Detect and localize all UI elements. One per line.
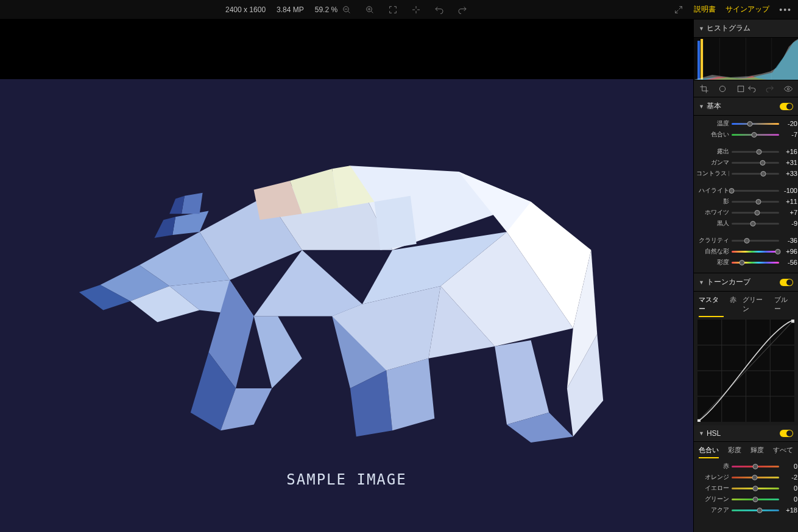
slider-yellow: イエロー0 xyxy=(696,483,793,494)
fit-screen-icon[interactable] xyxy=(387,4,398,15)
crop-icon[interactable] xyxy=(699,83,710,94)
bear-illustration xyxy=(73,128,615,444)
slider-knob[interactable] xyxy=(740,260,745,265)
zoom-in-icon[interactable] xyxy=(364,4,375,15)
slider-value: +33 xyxy=(782,170,798,177)
slider-saturation: 彩度-56 xyxy=(696,257,793,268)
tone-curve-toggle[interactable] xyxy=(780,279,793,286)
histogram-chart[interactable] xyxy=(694,38,798,80)
slider-knob[interactable] xyxy=(757,149,762,155)
slider-label: グリーン xyxy=(696,495,729,503)
histogram-header[interactable]: ▼ ヒストグラム xyxy=(694,19,798,38)
preview-eye-icon[interactable] xyxy=(783,83,794,94)
undo-panel-icon[interactable] xyxy=(746,83,757,94)
tone-curve-graph[interactable] xyxy=(697,320,794,422)
slider-track[interactable] xyxy=(732,262,779,264)
slider-contrast: コントラスト+33 xyxy=(696,168,793,179)
hsl-toggle[interactable] xyxy=(780,430,793,437)
slider-track[interactable] xyxy=(732,488,779,489)
slider-knob[interactable] xyxy=(747,121,752,127)
slider-knob[interactable] xyxy=(753,497,758,502)
slider-label: クラリティ xyxy=(696,236,729,245)
signup-link[interactable]: サインアップ xyxy=(726,4,769,15)
slider-track[interactable] xyxy=(732,190,779,192)
slider-value: +7 xyxy=(782,209,798,216)
image-dimensions: 2400 x 1600 xyxy=(225,5,266,14)
slider-label: ハイライト xyxy=(696,186,729,195)
slider-track[interactable] xyxy=(732,151,779,153)
slider-value: +31 xyxy=(782,159,798,166)
slider-label: ホワイツ xyxy=(696,208,729,217)
slider-track[interactable] xyxy=(732,499,779,500)
hsl-title: HSL xyxy=(707,429,721,438)
hsl-header[interactable]: ▼ HSL xyxy=(694,425,798,442)
tab-green[interactable]: グリーン xyxy=(743,295,768,317)
slider-track[interactable] xyxy=(732,240,779,242)
slider-knob[interactable] xyxy=(775,249,781,254)
canvas-area[interactable]: SAMPLE IMAGE xyxy=(0,19,693,532)
slider-track[interactable] xyxy=(732,123,779,125)
hsl-tab-hue[interactable]: 色合い xyxy=(699,446,719,458)
slider-value: -20 xyxy=(782,120,798,127)
redo-icon[interactable] xyxy=(457,4,468,15)
manual-link[interactable]: 説明書 xyxy=(694,4,716,15)
basic-sliders: 温度-20色合い-7露出+16ガンマ+31コントラスト+33ハイライト-100影… xyxy=(694,116,798,273)
slider-track[interactable] xyxy=(732,477,779,478)
image-info: 2400 x 1600 3.84 MP 59.2 % xyxy=(225,5,337,14)
svg-line-1 xyxy=(348,11,350,13)
rect-mask-icon[interactable] xyxy=(735,83,746,94)
svg-rect-49 xyxy=(701,39,703,80)
undo-icon[interactable] xyxy=(434,4,445,15)
slider-knob[interactable] xyxy=(752,475,758,480)
slider-knob[interactable] xyxy=(755,210,760,215)
slider-label: オレンジ xyxy=(696,473,729,481)
slider-knob[interactable] xyxy=(755,199,761,205)
redo-panel-icon[interactable] xyxy=(764,83,775,94)
hsl-tab-sat[interactable]: 彩度 xyxy=(728,446,741,458)
basic-title: 基本 xyxy=(707,101,721,111)
slider-knob[interactable] xyxy=(761,171,766,177)
slider-track[interactable] xyxy=(732,223,779,225)
more-menu-icon[interactable]: ••• xyxy=(779,5,792,15)
slider-value: 0 xyxy=(782,495,798,503)
slider-track[interactable] xyxy=(732,201,779,203)
hsl-tab-lum[interactable]: 輝度 xyxy=(750,446,764,458)
zoom-out-icon[interactable] xyxy=(341,4,352,15)
slider-knob[interactable] xyxy=(744,238,749,243)
canvas-image[interactable]: SAMPLE IMAGE xyxy=(0,79,693,532)
tab-red[interactable]: 赤 xyxy=(730,295,736,317)
slider-track[interactable] xyxy=(732,134,779,136)
hsl-tab-all[interactable]: すべて xyxy=(773,446,793,458)
slider-track[interactable] xyxy=(732,466,779,467)
slider-track[interactable] xyxy=(732,173,779,175)
toolbar-right: 説明書 サインアップ ••• xyxy=(673,4,792,15)
sample-label: SAMPLE IMAGE xyxy=(286,471,406,488)
slider-label: 影 xyxy=(696,197,729,206)
basic-header[interactable]: ▼ 基本 xyxy=(694,97,798,116)
tone-curve-header[interactable]: ▼ トーンカーブ xyxy=(694,273,798,292)
slider-knob[interactable] xyxy=(760,160,766,166)
slider-knob[interactable] xyxy=(729,188,735,194)
slider-label: 彩度 xyxy=(696,258,729,267)
side-panel: ▼ ヒストグラム xyxy=(693,19,798,532)
slider-track[interactable] xyxy=(732,212,779,214)
hsl-sliders: 赤0オレンジ-2イエロー0グリーン0アクア+18 xyxy=(694,458,798,520)
svg-marker-25 xyxy=(155,217,176,238)
slider-track[interactable] xyxy=(732,251,779,253)
center-icon[interactable] xyxy=(411,4,422,15)
tab-blue[interactable]: ブルー xyxy=(774,295,793,317)
slider-knob[interactable] xyxy=(753,486,758,491)
slider-track[interactable] xyxy=(732,162,779,164)
slider-track[interactable] xyxy=(732,509,779,511)
ellipse-mask-icon[interactable] xyxy=(717,83,728,94)
slider-label: 露出 xyxy=(696,147,729,156)
slider-knob[interactable] xyxy=(750,221,756,226)
canvas-top-spacer xyxy=(0,19,693,79)
tab-master[interactable]: マスター xyxy=(699,295,724,317)
expand-icon[interactable] xyxy=(673,4,684,15)
basic-toggle[interactable] xyxy=(780,103,793,110)
svg-marker-44 xyxy=(374,196,416,250)
slider-knob[interactable] xyxy=(753,464,758,469)
slider-knob[interactable] xyxy=(757,508,763,513)
slider-knob[interactable] xyxy=(751,132,757,138)
